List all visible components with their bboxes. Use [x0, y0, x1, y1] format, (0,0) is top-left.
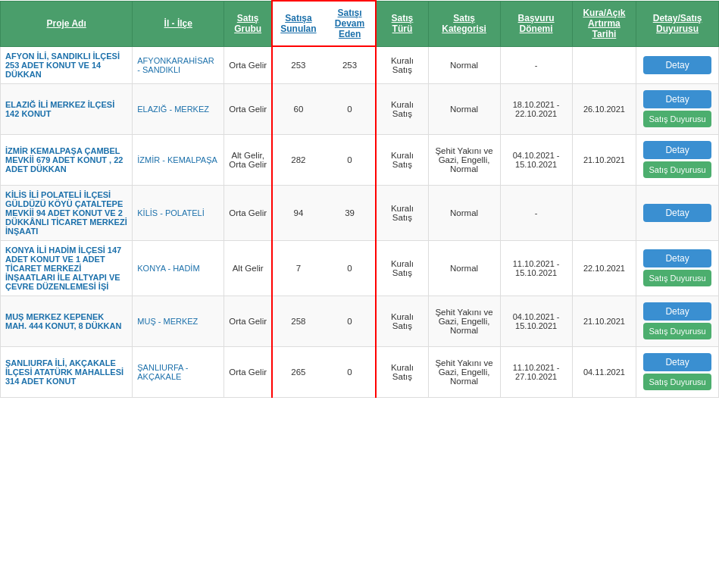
cell-satisi-devam-text: 0: [347, 264, 352, 273]
cell-il-ilce-text: ŞANLIURFA - AKÇAKALE: [137, 363, 188, 381]
cell-satis-grubu-text: Orta Gelir: [229, 317, 267, 326]
cell-proje-adi-text: KİLİS İLİ POLATELİ İLÇESİ GÜLDÜZÜ KÖYÜ Ç…: [5, 190, 127, 236]
cell-satis-kategorisi-text: Normal: [450, 264, 478, 273]
cell-satis-grubu-text: Orta Gelir: [229, 208, 267, 217]
cell-satis-kategorisi: Normal: [428, 185, 500, 240]
satis-duyurusu-button[interactable]: Satış Duyurusu: [643, 270, 711, 286]
cell-kura-tarihi: 22.10.2021: [572, 240, 636, 296]
cell-satis-turu: Kuralı Satış: [376, 240, 428, 296]
cell-satis-kategorisi-text: Şehit Yakını ve Gazi, Engelli, Normal: [435, 146, 492, 174]
cell-satis-kategorisi: Normal: [428, 83, 500, 134]
cell-satis-kategorisi-text: Normal: [450, 208, 478, 217]
detay-button[interactable]: Detay: [643, 353, 711, 371]
cell-basvuru-donemi-text: -: [535, 208, 538, 217]
cell-satis-turu: Kuralı Satış: [376, 185, 428, 240]
header-satisi-devam-eden-link[interactable]: Satışı Devam Eden: [335, 8, 364, 39]
cell-detay-satis: DetaySatış Duyurusu: [636, 134, 719, 185]
header-il-ilce-link[interactable]: İl - İlçe: [164, 18, 192, 29]
cell-satis-grubu: Orta Gelir: [224, 346, 272, 397]
cell-satisi-devam-text: 0: [347, 155, 352, 164]
cell-kura-tarihi: 21.10.2021: [572, 134, 636, 185]
cell-detay-satis: Detay: [636, 185, 719, 240]
cell-detay-satis: Detay: [636, 46, 719, 83]
cell-satisi-devam: 253: [324, 46, 377, 83]
detay-button[interactable]: Detay: [643, 141, 711, 159]
detay-button[interactable]: Detay: [643, 302, 711, 321]
cell-satis-grubu-text: Alt Gelir, Orta Gelir: [229, 151, 267, 169]
cell-basvuru-donemi: 11.10.2021 - 15.10.2021: [500, 240, 572, 296]
satis-duyurusu-button[interactable]: Satış Duyurusu: [643, 374, 711, 390]
cell-satis-turu-text: Kuralı Satış: [391, 56, 414, 74]
cell-proje-adi-text: İZMİR KEMALPAŞA ÇAMBEL MEVKİİ 679 ADET K…: [5, 146, 123, 174]
main-table-container: Proje Adı İl - İlçe Satış Grubu Satışa S…: [0, 0, 719, 398]
header-satis-grubu-label: Satış Grubu: [234, 13, 261, 34]
header-satis-turu: Satış Türü: [376, 1, 428, 46]
cell-satisa-sunulan-text: 60: [293, 105, 303, 114]
cell-il-ilce: AFYONKARAHİSAR - SANDIKLI: [133, 46, 224, 83]
header-kura-label: Kura/Açık Artırma Tarihi: [583, 8, 625, 39]
cell-satisa-sunulan-text: 265: [291, 368, 305, 377]
cell-proje-adi: KİLİS İLİ POLATELİ İLÇESİ GÜLDÜZÜ KÖYÜ Ç…: [1, 185, 133, 240]
cell-satis-kategorisi: Şehit Yakını ve Gazi, Engelli, Normal: [428, 296, 500, 346]
cell-satisa-sunulan-text: 7: [296, 264, 301, 273]
cell-proje-adi-text: AFYON İLİ, SANDIKLI İLÇESİ 253 ADET KONU…: [5, 52, 120, 79]
detay-button[interactable]: Detay: [643, 204, 711, 222]
header-satis-kategorisi-label: Satış Kategorisi: [442, 13, 486, 34]
cell-basvuru-donemi: 18.10.2021 - 22.10.2021: [500, 83, 572, 134]
cell-satis-grubu: Orta Gelir: [224, 46, 272, 83]
cell-satis-turu-text: Kuralı Satış: [391, 151, 414, 169]
detay-button[interactable]: Detay: [643, 249, 711, 267]
header-proje-adi-link[interactable]: Proje Adı: [47, 18, 86, 29]
satis-duyurusu-button[interactable]: Satış Duyurusu: [643, 323, 711, 339]
header-basvuru-donemi-link[interactable]: Başvuru Dönemi: [518, 13, 555, 34]
cell-satisa-sunulan-text: 282: [291, 155, 305, 164]
cell-basvuru-donemi: -: [500, 46, 572, 83]
satis-duyurusu-button[interactable]: Satış Duyurusu: [643, 161, 711, 178]
cell-proje-adi-text: ŞANLIURFA İLİ, AKÇAKALE İLÇESİ ATATÜRK M…: [5, 358, 123, 386]
cell-satis-kategorisi: Şehit Yakını ve Gazi, Engelli, Normal: [428, 346, 500, 397]
cell-kura-tarihi-text: 04.11.2021: [583, 368, 625, 377]
cell-satisi-devam-text: 253: [342, 61, 357, 70]
cell-il-ilce-text: AFYONKARAHİSAR - SANDIKLI: [137, 56, 214, 74]
cell-satis-turu: Kuralı Satış: [376, 346, 428, 397]
cell-il-ilce-text: MUŞ - MERKEZ: [137, 317, 198, 326]
header-kura-artirma-tarihi: Kura/Açık Artırma Tarihi: [572, 1, 636, 46]
satis-duyurusu-button[interactable]: Satış Duyurusu: [643, 111, 711, 127]
cell-satisi-devam: 39: [324, 185, 377, 240]
cell-satisa-sunulan: 60: [272, 83, 324, 134]
header-satis-kategorisi: Satış Kategorisi: [428, 1, 500, 46]
cell-kura-tarihi-text: 26.10.2021: [583, 105, 625, 114]
cell-basvuru-donemi: 11.10.2021 - 27.10.2021: [500, 346, 572, 397]
cell-detay-satis: DetaySatış Duyurusu: [636, 296, 719, 346]
table-row: İZMİR KEMALPAŞA ÇAMBEL MEVKİİ 679 ADET K…: [1, 134, 719, 185]
cell-basvuru-donemi-text: 04.10.2021 - 15.10.2021: [513, 151, 560, 169]
cell-satis-turu: Kuralı Satış: [376, 83, 428, 134]
cell-satis-kategorisi-text: Normal: [450, 61, 478, 70]
cell-satisi-devam: 0: [324, 240, 377, 296]
header-il-ilce: İl - İlçe: [133, 1, 224, 46]
cell-satisa-sunulan-text: 94: [293, 208, 303, 217]
table-row: ELAZIĞ İLİ MERKEZ İLÇESİ 142 KONUTELAZIĞ…: [1, 83, 719, 134]
cell-satis-grubu-text: Orta Gelir: [229, 368, 267, 377]
cell-kura-tarihi-text: 22.10.2021: [583, 264, 625, 273]
cell-satis-turu-text: Kuralı Satış: [391, 363, 414, 381]
cell-satisa-sunulan: 258: [272, 296, 324, 346]
header-detay-label: Detay/Satış Duyurusu: [653, 13, 702, 34]
cell-basvuru-donemi-text: 04.10.2021 - 15.10.2021: [513, 312, 560, 330]
detay-button[interactable]: Detay: [643, 56, 711, 74]
projects-table: Proje Adı İl - İlçe Satış Grubu Satışa S…: [0, 0, 719, 398]
cell-kura-tarihi: [572, 46, 636, 83]
cell-detay-satis: DetaySatış Duyurusu: [636, 346, 719, 397]
cell-satis-turu-text: Kuralı Satış: [391, 312, 414, 330]
cell-satis-kategorisi-text: Normal: [450, 105, 478, 114]
cell-proje-adi: AFYON İLİ, SANDIKLI İLÇESİ 253 ADET KONU…: [1, 46, 133, 83]
cell-satisa-sunulan-text: 253: [291, 61, 305, 70]
header-satis-grubu: Satış Grubu: [224, 1, 272, 46]
detay-button[interactable]: Detay: [643, 90, 711, 108]
cell-kura-tarihi-text: 21.10.2021: [583, 317, 625, 326]
cell-satis-grubu: Orta Gelir: [224, 83, 272, 134]
header-satisa-sunulan-link[interactable]: Satışa Sunulan: [280, 13, 316, 34]
cell-satis-turu-text: Kuralı Satış: [391, 204, 414, 222]
cell-proje-adi: ŞANLIURFA İLİ, AKÇAKALE İLÇESİ ATATÜRK M…: [1, 346, 133, 397]
cell-proje-adi-text: MUŞ MERKEZ KEPENEK MAH. 444 KONUT, 8 DÜK…: [5, 312, 121, 330]
